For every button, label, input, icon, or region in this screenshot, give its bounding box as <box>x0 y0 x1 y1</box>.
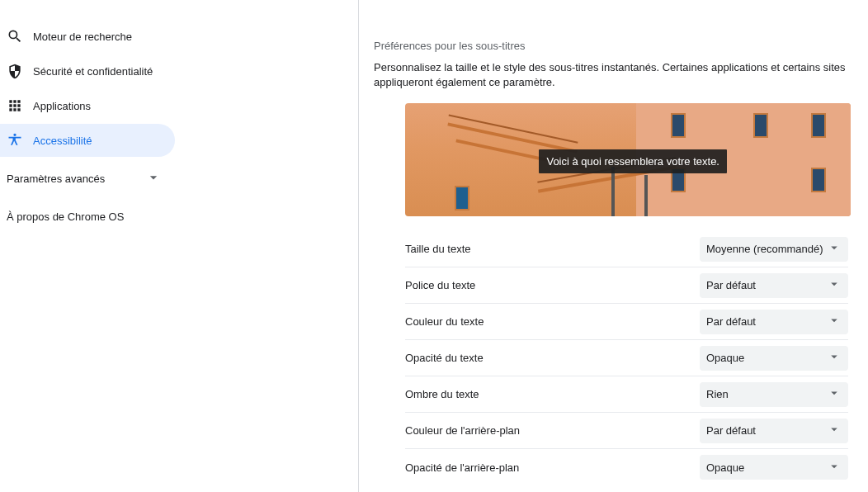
pref-row-background-color: Couleur de l'arrière-plan Par défaut <box>405 413 848 449</box>
pref-label: Couleur du texte <box>405 315 484 328</box>
select-text-size[interactable]: Moyenne (recommandé) <box>700 237 848 262</box>
sidebar-item-label: Applications <box>33 100 91 112</box>
sidebar-divider <box>175 0 359 492</box>
select-text-color[interactable]: Par défaut <box>700 310 848 334</box>
section-description: Personnalisez la taille et le style des … <box>374 60 848 90</box>
select-text-font[interactable]: Par défaut <box>700 273 848 298</box>
select-value: Rien <box>706 388 729 400</box>
pref-label: Opacité de l'arrière-plan <box>405 461 519 474</box>
pref-row-text-font: Police du texte Par défaut <box>405 267 848 304</box>
chevron-down-icon <box>827 422 842 439</box>
apps-icon <box>7 97 23 114</box>
main-content: Préférences pour les sous-titres Personn… <box>359 0 868 492</box>
pref-row-text-shadow: Ombre du texte Rien <box>405 376 848 413</box>
accessibility-icon <box>7 132 23 149</box>
sidebar: Personnalisation Moteur de recherche Séc… <box>0 0 175 492</box>
section-title: Préférences pour les sous-titres <box>374 40 848 52</box>
sidebar-item-label: Sécurité et confidentialité <box>33 65 153 78</box>
pref-row-text-opacity: Opacité du texte Opaque <box>405 340 848 376</box>
select-text-shadow[interactable]: Rien <box>700 382 848 407</box>
about-label: À propos de Chrome OS <box>7 211 124 223</box>
select-value: Opaque <box>706 352 744 364</box>
sidebar-item-security[interactable]: Sécurité et confidentialité <box>0 54 175 88</box>
select-value: Par défaut <box>706 279 756 291</box>
pref-label: Police du texte <box>405 279 475 291</box>
select-value: Par défaut <box>706 424 756 437</box>
sidebar-item-label: Accessibilité <box>33 135 92 147</box>
preferences-list: Taille du texte Moyenne (recommandé) Pol… <box>374 231 848 485</box>
chevron-down-icon <box>827 386 842 403</box>
select-value: Opaque <box>706 461 744 474</box>
preview-container: Voici à quoi ressemblera votre texte. <box>374 103 848 216</box>
select-text-opacity[interactable]: Opaque <box>700 346 848 371</box>
caption-preview: Voici à quoi ressemblera votre texte. <box>405 103 851 216</box>
chevron-down-icon <box>827 277 842 294</box>
sidebar-advanced-toggle[interactable]: Paramètres avancés <box>0 162 175 195</box>
chevron-down-icon <box>827 349 842 367</box>
sidebar-item-accessibility[interactable]: Accessibilité <box>0 124 175 157</box>
pref-row-background-opacity: Opacité de l'arrière-plan Opaque <box>405 449 848 485</box>
select-background-color[interactable]: Par défaut <box>700 419 848 443</box>
pref-row-text-size: Taille du texte Moyenne (recommandé) <box>405 231 848 267</box>
select-background-opacity[interactable]: Opaque <box>700 455 848 480</box>
chevron-down-icon <box>827 459 842 476</box>
pref-label: Couleur de l'arrière-plan <box>405 424 520 437</box>
sidebar-item-applications[interactable]: Applications <box>0 89 175 122</box>
caption-sample-text: Voici à quoi ressemblera votre texte. <box>539 149 727 173</box>
chevron-down-icon <box>827 313 842 330</box>
shield-icon <box>7 63 23 79</box>
sidebar-item-label: Moteur de recherche <box>33 31 132 43</box>
sidebar-about[interactable]: À propos de Chrome OS <box>0 200 175 233</box>
select-value: Par défaut <box>706 315 756 328</box>
advanced-label: Paramètres avancés <box>7 173 105 185</box>
chevron-down-icon <box>145 169 162 188</box>
select-value: Moyenne (recommandé) <box>706 243 823 255</box>
pref-label: Taille du texte <box>405 243 471 255</box>
pref-label: Ombre du texte <box>405 388 479 400</box>
search-icon <box>7 28 23 45</box>
pref-row-text-color: Couleur du texte Par défaut <box>405 304 848 340</box>
pref-label: Opacité du texte <box>405 352 484 364</box>
sidebar-item-search-engine[interactable]: Moteur de recherche <box>0 20 175 53</box>
chevron-down-icon <box>827 240 842 258</box>
